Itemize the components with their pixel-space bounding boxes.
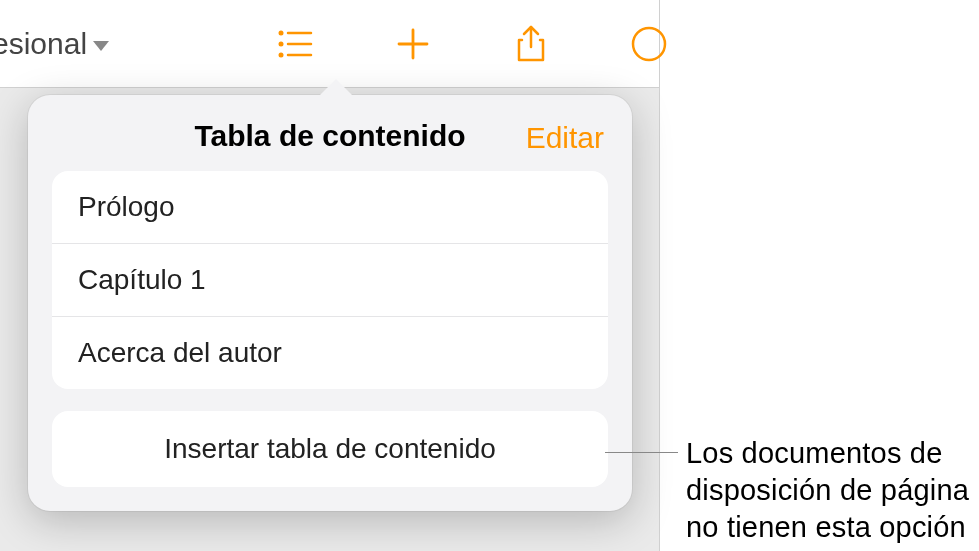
clock-icon[interactable]: [629, 24, 669, 64]
toc-popover: Tabla de contenido Editar Prólogo Capítu…: [28, 95, 632, 511]
svg-point-2: [279, 41, 284, 46]
toc-item[interactable]: Acerca del autor: [52, 317, 608, 389]
chevron-down-icon: [93, 41, 109, 51]
svg-point-4: [279, 52, 284, 57]
edit-button[interactable]: Editar: [526, 121, 604, 155]
share-icon[interactable]: [511, 24, 551, 64]
toolbar: esional: [0, 0, 660, 88]
toc-item[interactable]: Prólogo: [52, 171, 608, 244]
svg-point-0: [279, 30, 284, 35]
callout-text: Los documentos de disposición de página …: [686, 435, 976, 546]
popover-header: Tabla de contenido Editar: [28, 95, 632, 171]
toc-list: Prólogo Capítulo 1 Acerca del autor: [52, 171, 608, 389]
document-title-text: esional: [0, 27, 87, 61]
insert-toc-button[interactable]: Insertar tabla de contenido: [52, 411, 608, 487]
toolbar-icon-group: [275, 24, 645, 64]
toc-icon[interactable]: [275, 24, 315, 64]
svg-point-9: [633, 28, 665, 60]
add-icon[interactable]: [393, 24, 433, 64]
toc-item[interactable]: Capítulo 1: [52, 244, 608, 317]
document-title-dropdown[interactable]: esional: [0, 27, 109, 61]
callout-leader-line: [605, 452, 678, 453]
